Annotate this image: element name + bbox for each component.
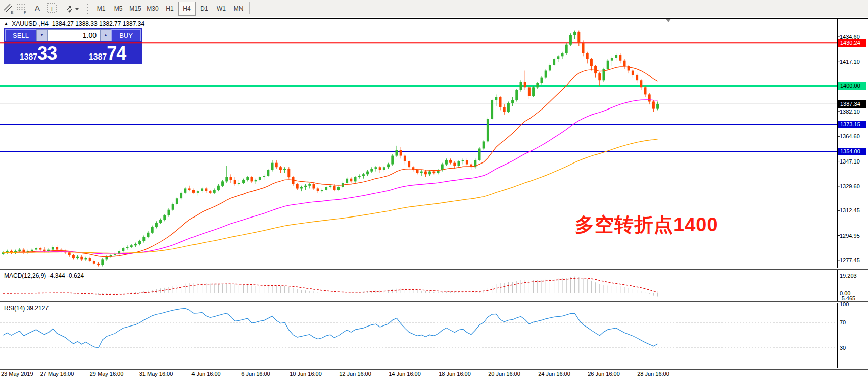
symbol-name: XAUUSD-,H4 xyxy=(12,20,49,27)
timeframe-w1[interactable]: W1 xyxy=(213,2,230,16)
time-axis-label: 31 May 16:00 xyxy=(139,371,173,377)
text-label-icon[interactable]: A xyxy=(33,2,41,14)
sell-button[interactable]: SELL xyxy=(5,29,36,41)
time-axis-label: 18 Jun 16:00 xyxy=(439,371,471,377)
volume-decrease-button[interactable]: ▼ xyxy=(36,29,47,41)
timeframe-h1[interactable]: H1 xyxy=(161,2,178,16)
level-price-badge: 1373.15 xyxy=(838,121,866,128)
time-axis-label: 6 Jun 16:00 xyxy=(241,371,270,377)
volume-increase-button[interactable]: ▲ xyxy=(100,29,111,41)
price-label: 1364.60 xyxy=(840,133,860,140)
price-label: 1347.10 xyxy=(840,158,860,165)
symbol-ohlc: 1384.27 1388.33 1382.77 1387.34 xyxy=(52,20,145,27)
toolbar-separator xyxy=(249,2,250,14)
timeframe-h4[interactable]: H4 xyxy=(178,2,196,16)
toolbar: E F A T M1M5M15M30H1H4D1 xyxy=(0,0,868,17)
mt4-window: E F A T M1M5M15M30H1H4D1 xyxy=(0,0,868,380)
time-axis-label: 12 Jun 16:00 xyxy=(339,371,371,377)
time-axis-label: 23 May 2019 xyxy=(1,371,33,377)
text-box-icon[interactable]: T xyxy=(46,2,58,14)
volume-stepper: ▼ ▲ xyxy=(36,29,111,41)
toolbar-drag-handle[interactable] xyxy=(87,3,88,14)
one-click-trade-panel: SELL ▼ ▲ BUY 138733 138774 xyxy=(4,28,142,64)
svg-text:F: F xyxy=(24,10,26,14)
chart-window: ▲ XAUUSD-,H4 1384.27 1388.33 1382.77 138… xyxy=(0,17,868,380)
time-axis-label: 28 Jun 16:00 xyxy=(637,371,669,377)
time-axis-label: 10 Jun 16:00 xyxy=(290,371,322,377)
macd-splitter[interactable] xyxy=(0,268,868,270)
time-axis-label: 24 Jun 16:00 xyxy=(538,371,570,377)
rsi-axis-label: 100 xyxy=(840,301,849,308)
buy-button[interactable]: BUY xyxy=(111,29,141,41)
volume-input[interactable] xyxy=(47,29,100,41)
timeframe-mn[interactable]: MN xyxy=(230,2,247,16)
price-label: 1417.10 xyxy=(840,58,860,65)
rsi-value: 39.2127 xyxy=(27,305,49,312)
timeframe-d1[interactable]: D1 xyxy=(196,2,213,16)
chart-border xyxy=(0,18,868,19)
timeframe-m30[interactable]: M30 xyxy=(144,2,161,16)
rsi-header: RSI(14) 39.2127 xyxy=(4,305,49,312)
time-axis-label: 4 Jun 16:00 xyxy=(191,371,221,377)
rsi-axis-label: 70 xyxy=(840,319,846,326)
sell-price[interactable]: 138733 xyxy=(4,43,72,63)
time-axis-label: 20 Jun 16:00 xyxy=(488,371,520,377)
collapse-icon[interactable]: ▲ xyxy=(4,21,8,26)
time-axis-label: 29 May 16:00 xyxy=(90,371,124,377)
timeaxis-splitter xyxy=(0,368,868,370)
price-label: 1294.95 xyxy=(840,232,860,239)
macd-title: MACD(12,26,9) xyxy=(4,272,46,279)
macd-value: -4.344 -0.624 xyxy=(48,272,84,279)
price-label: 1382.10 xyxy=(840,108,860,115)
macd-axis-label: 19.203 xyxy=(840,272,857,279)
svg-text:T: T xyxy=(50,6,54,12)
level-price-badge: 1430.24 xyxy=(838,39,866,47)
sell-price-big: 33 xyxy=(37,43,57,64)
macd-header: MACD(12,26,9) -4.344 -0.624 xyxy=(4,272,84,279)
current-price-badge: 1387.34 xyxy=(838,100,866,108)
level-price-badge: 1400.00 xyxy=(838,82,866,90)
price-label: 1277.45 xyxy=(840,257,860,264)
buy-price-big: 74 xyxy=(107,43,126,64)
timeframe-m5[interactable]: M5 xyxy=(110,2,127,16)
fibonacci-grid-icon[interactable]: F xyxy=(16,2,28,14)
rsi-splitter[interactable] xyxy=(0,301,868,303)
buy-price[interactable]: 138774 xyxy=(73,43,141,63)
arrow-tools-icon[interactable] xyxy=(65,2,80,14)
timeframe-m15[interactable]: M15 xyxy=(127,2,144,16)
rsi-axis-label: 30 xyxy=(840,344,846,351)
scroll-anchor-icon[interactable] xyxy=(666,19,671,22)
time-axis-label: 26 Jun 16:00 xyxy=(588,371,620,377)
price-label: 1329.60 xyxy=(840,183,860,190)
time-axis-label: 27 May 16:00 xyxy=(40,371,74,377)
time-axis-label: 14 Jun 16:00 xyxy=(389,371,421,377)
timeframe-bar: M1M5M15M30H1H4D1W1MN xyxy=(92,2,247,15)
equidistant-channel-icon[interactable]: E xyxy=(3,2,14,14)
symbol-info: ▲ XAUUSD-,H4 1384.27 1388.33 1382.77 138… xyxy=(4,20,144,27)
buy-price-small: 1387 xyxy=(89,52,107,61)
sell-price-small: 1387 xyxy=(20,52,38,61)
timeframe-m1[interactable]: M1 xyxy=(92,2,110,16)
price-axis-line xyxy=(837,18,838,370)
level-price-badge: 1354.00 xyxy=(838,148,866,155)
svg-text:E: E xyxy=(11,10,13,14)
rsi-title: RSI(14) xyxy=(4,305,25,312)
price-label: 1312.45 xyxy=(840,207,860,214)
chart-annotation-text: 多空转折点1400 xyxy=(575,212,718,238)
